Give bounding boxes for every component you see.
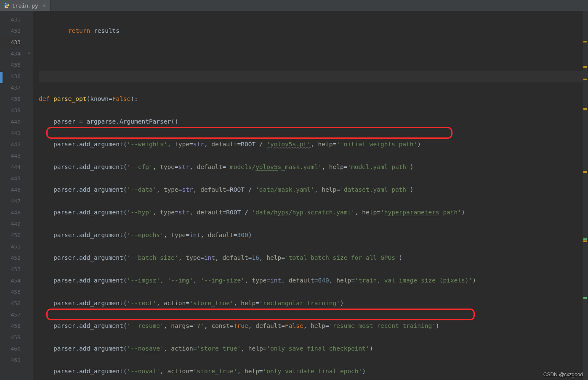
error-stripe[interactable] [583,11,588,380]
fold-gutter[interactable]: ⊟ [25,11,33,380]
python-file-icon [3,3,9,8]
tab-filename: train.py [12,3,38,9]
svg-point-0 [5,3,5,4]
highlight-box-2 [46,309,475,320]
line-number-gutter[interactable]: 4314324334344354364374384394404414424434… [0,11,25,380]
code-editor[interactable]: 4314324334344354364374384394404414424434… [0,11,588,380]
file-tab[interactable]: train.py × [0,0,51,11]
tab-bar: train.py × [0,0,588,11]
close-tab-icon[interactable]: × [43,2,46,9]
highlight-box-1 [46,127,452,139]
svg-point-1 [7,7,7,8]
fold-icon[interactable]: ⊟ [25,48,33,59]
code-area[interactable]: return results def parse_opt(known=False… [33,11,588,380]
vcs-gutter [0,11,3,380]
watermark: CSDN @cxzgood [543,372,583,377]
